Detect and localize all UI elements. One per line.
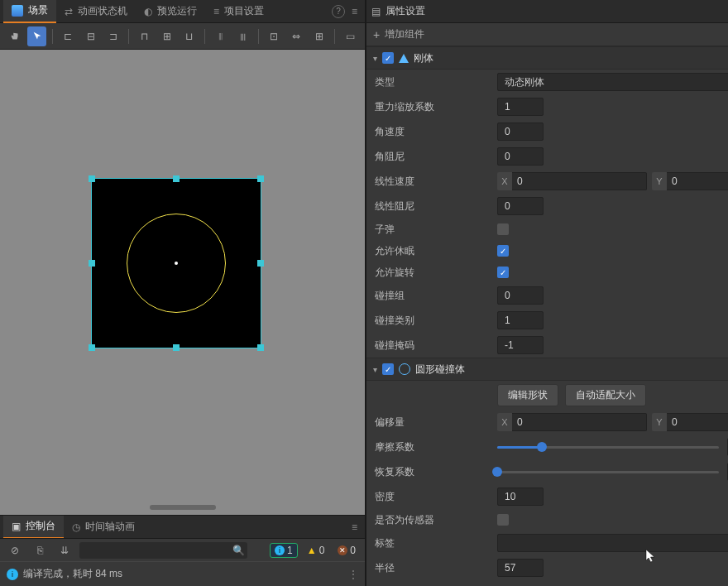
restitution-slider[interactable] xyxy=(497,471,719,473)
scene-toolbar: ⊏ ⊟ ⊐ ⊓ ⊞ ⊔ ⫴ ⫼ ⊡ ⇔ ⊞ ▭ xyxy=(0,23,365,50)
node-origin xyxy=(175,262,178,265)
copy-console-icon[interactable]: ⎘ xyxy=(30,540,50,560)
console-warn-badge[interactable]: ▲ 0 xyxy=(303,544,329,557)
tab-anim-state[interactable]: ⇄ 动画状态机 xyxy=(56,0,136,23)
tab-console[interactable]: ▣ 控制台 xyxy=(3,516,64,539)
tab-preview[interactable]: ◐ 预览运行 xyxy=(136,0,205,23)
sliders-icon: ≡ xyxy=(213,6,219,17)
console-tab-menu-icon[interactable]: ≡ xyxy=(352,521,357,533)
snap-tool[interactable]: ⊡ xyxy=(265,26,284,46)
select-tool[interactable] xyxy=(27,26,46,46)
gravity-scale-input[interactable] xyxy=(497,98,544,116)
linear-damping-input[interactable] xyxy=(497,197,544,215)
plus-icon[interactable]: + xyxy=(373,28,380,41)
resize-handle[interactable] xyxy=(89,175,95,182)
tab-menu-icon[interactable]: ≡ xyxy=(352,6,357,17)
align-left-tool[interactable]: ⊏ xyxy=(59,26,78,46)
hand-tool[interactable] xyxy=(5,26,24,46)
chevron-down-icon[interactable]: ▾ xyxy=(373,54,377,63)
align-bottom-tool[interactable]: ⊔ xyxy=(180,26,199,46)
prop-label: 碰撞类别 xyxy=(375,314,491,328)
component-header-rigidbody: ▾ ✓ 刚体 ≡ xyxy=(366,46,728,70)
prop-label: 碰撞掩码 xyxy=(375,339,491,353)
auto-size-button[interactable]: 自动适配大小 xyxy=(565,384,646,406)
y-label: Y xyxy=(652,172,667,190)
rigidbody-type-select[interactable]: 动态刚体 ▾ xyxy=(497,73,728,91)
resize-handle[interactable] xyxy=(89,260,95,267)
tab-console-label: 控制台 xyxy=(26,519,55,533)
friction-slider[interactable] xyxy=(497,446,719,449)
warn-count: 0 xyxy=(319,545,325,556)
collision-category-input[interactable] xyxy=(497,311,544,329)
collision-group-input[interactable] xyxy=(497,286,544,305)
prop-label: 允许休眠 xyxy=(375,244,491,258)
offset-y-input[interactable] xyxy=(667,413,728,431)
prop-label: 摩擦系数 xyxy=(375,440,491,454)
select-value: 动态刚体 xyxy=(505,75,544,89)
align-center-v-tool[interactable]: ⊞ xyxy=(157,26,176,46)
linear-velocity-y-input[interactable] xyxy=(667,172,728,190)
device-tool[interactable]: ▭ xyxy=(341,26,360,46)
fit-width-tool[interactable]: ⇔ xyxy=(287,26,306,46)
prop-label: 标签 xyxy=(375,536,491,550)
console-overflow-icon[interactable]: ⋮ xyxy=(348,569,358,580)
angular-velocity-input[interactable] xyxy=(497,122,544,141)
distribute-h-tool[interactable]: ⫴ xyxy=(211,26,230,46)
x-label: X xyxy=(497,413,512,431)
linear-velocity-x-input[interactable] xyxy=(512,172,647,190)
prop-label: 线性速度 xyxy=(375,175,491,189)
add-component-bar: + 增加组件 ‹ › 🔒 xyxy=(366,23,728,46)
collision-mask-input[interactable] xyxy=(497,336,544,354)
edit-shape-button[interactable]: 编辑形状 xyxy=(497,384,558,406)
tag-input[interactable] xyxy=(497,534,728,552)
y-label: Y xyxy=(652,413,667,431)
chevron-down-icon[interactable]: ▾ xyxy=(373,365,377,374)
warning-icon: ▲ xyxy=(307,545,317,556)
density-input[interactable] xyxy=(497,488,544,506)
enable-checkbox[interactable]: ✓ xyxy=(382,363,394,375)
prop-label: 子弹 xyxy=(375,223,491,237)
collapse-console-icon[interactable]: ⇊ xyxy=(55,540,74,560)
console-info-badge[interactable]: i 1 xyxy=(270,543,298,558)
enable-checkbox[interactable]: ✓ xyxy=(382,52,394,64)
cube-icon xyxy=(12,5,23,17)
resize-handle[interactable] xyxy=(173,175,180,182)
distribute-v-tool[interactable]: ⫼ xyxy=(233,26,252,46)
err-count: 0 xyxy=(350,545,356,556)
add-component-label[interactable]: 增加组件 xyxy=(385,27,728,41)
offset-x-input[interactable] xyxy=(512,413,647,431)
tab-project-settings[interactable]: ≡ 项目设置 xyxy=(205,0,272,23)
tab-scene[interactable]: 场景 xyxy=(3,0,56,23)
align-top-tool[interactable]: ⊓ xyxy=(135,26,154,46)
component-header-circle-collider: ▾ ✓ 圆形碰撞体 ≡ xyxy=(366,358,728,381)
x-label: X xyxy=(497,172,512,190)
resize-handle[interactable] xyxy=(257,344,264,351)
radius-input[interactable] xyxy=(497,559,544,577)
sensor-checkbox[interactable] xyxy=(497,514,509,526)
console-error-badge[interactable]: ✕ 0 xyxy=(333,544,360,557)
selected-node[interactable] xyxy=(91,178,261,348)
tab-settings-label: 项目设置 xyxy=(224,4,264,18)
angular-damping-input[interactable] xyxy=(497,147,544,166)
console-status-text: 编译完成，耗时 84 ms xyxy=(23,567,343,581)
resize-handle[interactable] xyxy=(173,344,180,351)
allow-rotate-checkbox[interactable]: ✓ xyxy=(497,267,509,278)
resize-handle[interactable] xyxy=(257,175,264,182)
tab-timeline[interactable]: ◷ 时间轴动画 xyxy=(64,516,143,539)
allow-sleep-checkbox[interactable]: ✓ xyxy=(497,245,509,257)
resize-handle[interactable] xyxy=(257,260,264,267)
align-right-tool[interactable]: ⊐ xyxy=(103,26,122,46)
console-search[interactable] xyxy=(79,542,247,559)
align-center-h-tool[interactable]: ⊟ xyxy=(81,26,100,46)
prop-label: 偏移量 xyxy=(375,415,491,430)
prop-label: 密度 xyxy=(375,490,491,504)
scene-viewport[interactable] xyxy=(0,50,365,515)
console-tab-bar: ▣ 控制台 ◷ 时间轴动画 ≡ xyxy=(0,515,365,538)
viewport-scrollbar[interactable] xyxy=(150,505,216,510)
grid-tool[interactable]: ⊞ xyxy=(309,26,328,46)
help-icon[interactable]: ? xyxy=(332,5,345,18)
bullet-checkbox[interactable] xyxy=(497,223,509,235)
resize-handle[interactable] xyxy=(89,344,95,351)
clock-icon: ◷ xyxy=(72,521,80,533)
clear-console-icon[interactable]: ⊘ xyxy=(5,540,25,560)
